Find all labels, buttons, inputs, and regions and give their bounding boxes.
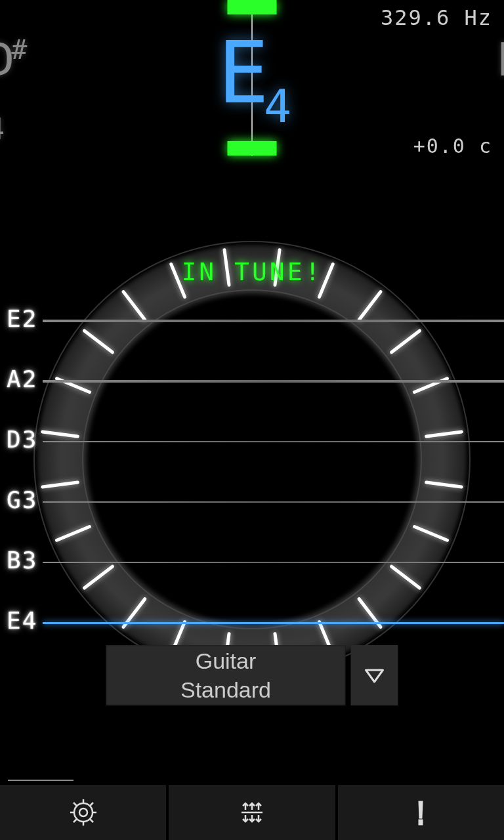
sharp-symbol: #: [11, 35, 24, 65]
exclaim-icon: [405, 797, 436, 828]
string-line: [43, 441, 504, 442]
bottom-toolbar: [0, 785, 504, 840]
string-e2[interactable]: E2: [0, 302, 504, 362]
current-note-letter: E: [218, 23, 264, 123]
string-b3[interactable]: B3: [0, 543, 504, 604]
current-note-octave: 4: [264, 79, 286, 133]
prev-note-octave: 4: [0, 112, 1, 146]
svg-rect-29: [419, 820, 422, 824]
indicator-top: [228, 0, 277, 14]
frequency-readout: 329.6 Hz: [381, 5, 492, 30]
tuning-line2: Standard: [180, 675, 271, 704]
string-line: [43, 501, 504, 503]
string-d3[interactable]: D3: [0, 423, 504, 483]
cents-readout: +0.0 c: [413, 135, 492, 158]
string-label: E2: [7, 305, 37, 332]
svg-point-28: [74, 803, 93, 822]
string-label: G3: [7, 486, 37, 513]
string-line-active: [43, 622, 504, 624]
string-e4[interactable]: E4: [0, 604, 504, 664]
string-label: B3: [7, 547, 37, 574]
indicator-bottom: [228, 141, 277, 156]
info-button[interactable]: [338, 785, 504, 840]
settings-button[interactable]: [0, 785, 166, 840]
string-a2[interactable]: A2: [0, 362, 504, 423]
triangle-down-icon: [364, 666, 386, 684]
string-g3[interactable]: G3: [0, 483, 504, 543]
svg-point-27: [79, 808, 87, 816]
string-line: [43, 380, 504, 383]
gear-icon: [68, 797, 99, 828]
strings-container: E2 A2 D3 G3 B3 E4: [0, 302, 504, 664]
prev-note-letter: D: [0, 33, 11, 87]
string-label: A2: [7, 366, 37, 392]
volume-indicator: [8, 780, 74, 781]
string-line: [43, 320, 504, 322]
note-display: D#4 E4 F 329.6 Hz +0.0 c: [0, 0, 504, 164]
arrows-icon: [236, 797, 268, 828]
string-label: D3: [7, 426, 37, 453]
next-note: F: [496, 33, 504, 87]
pitch-pipe-button[interactable]: [169, 785, 335, 840]
next-note-letter: F: [496, 33, 504, 87]
previous-note: D#4: [0, 33, 24, 140]
in-tune-status: IN TUNE!: [181, 257, 322, 286]
string-line: [43, 562, 504, 563]
string-label: E4: [7, 607, 37, 634]
current-note: E4: [218, 23, 286, 123]
